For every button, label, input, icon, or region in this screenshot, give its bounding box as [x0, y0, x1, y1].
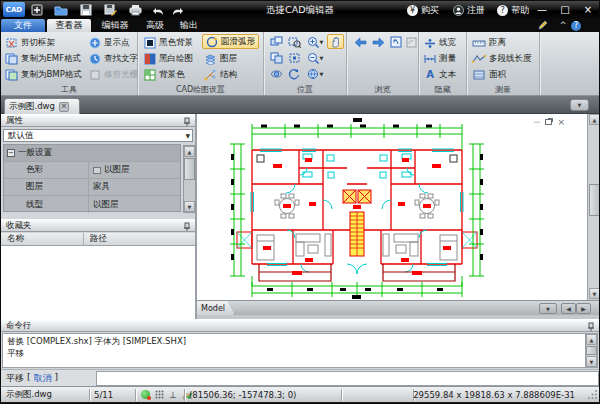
drawing-canvas[interactable]: — ×: [197, 114, 588, 300]
tab-advanced[interactable]: 高级: [139, 19, 171, 32]
tab-file[interactable]: 文件: [1, 19, 45, 32]
redo-button[interactable]: [169, 3, 186, 17]
scroll-down-icon[interactable]: ▼: [184, 201, 195, 212]
ortho-toggle-icon[interactable]: ⊥: [169, 390, 177, 400]
next-view-icon[interactable]: [403, 35, 419, 49]
property-group-row[interactable]: − 一般设置: [4, 145, 180, 162]
hide-measure-button[interactable]: 测量: [424, 51, 456, 66]
pin-icon[interactable]: [183, 117, 191, 129]
view-3d-icon[interactable]: [268, 67, 284, 81]
hide-text-button[interactable]: A 文本: [424, 67, 456, 82]
zoom-all-button[interactable]: ▼: [304, 67, 326, 81]
zoom-out-button[interactable]: ▼: [304, 51, 326, 65]
document-close-icon[interactable]: ×: [59, 102, 69, 112]
new-file-button[interactable]: [28, 3, 45, 17]
register-button[interactable]: 注册: [453, 2, 485, 18]
resize-grip[interactable]: [588, 389, 598, 401]
zoom-window-icon[interactable]: [268, 35, 284, 49]
collapse-ribbon-button[interactable]: ^: [557, 20, 569, 31]
document-tab[interactable]: 示例图.dwg ×: [4, 98, 80, 114]
scroll-down-icon[interactable]: ▼: [589, 288, 600, 299]
undo-button[interactable]: [150, 3, 167, 17]
scroll-thumb[interactable]: [184, 158, 195, 180]
maximize-button[interactable]: □: [555, 1, 575, 18]
hide-lineweight-button[interactable]: 线宽: [424, 35, 456, 50]
snap-toggle-icon[interactable]: [141, 390, 150, 399]
scroll-down-icon[interactable]: ▼: [586, 356, 597, 367]
tab-editor[interactable]: 编辑器: [93, 19, 137, 32]
back-icon[interactable]: [352, 35, 368, 49]
zoom-select-icon[interactable]: [286, 35, 302, 49]
edit-pencil-icon[interactable]: [535, 20, 549, 31]
save-button[interactable]: [77, 3, 94, 17]
copy-bmp-button[interactable]: 复制为BMP格式: [5, 67, 82, 82]
scroll-up-icon[interactable]: ▲: [589, 114, 600, 125]
column-name[interactable]: 名称: [1, 233, 83, 245]
tab-output[interactable]: 输出: [173, 19, 205, 32]
background-color-button[interactable]: 背景色: [144, 67, 185, 82]
zoom-in-dropdown[interactable]: ▼: [320, 39, 324, 45]
forward-icon[interactable]: [370, 35, 386, 49]
show-points-icon: [89, 37, 101, 49]
favorites-list[interactable]: [1, 246, 195, 319]
scroll-thumb[interactable]: [589, 184, 600, 216]
help-button[interactable]: ? 帮助: [497, 2, 529, 18]
layers-button[interactable]: 图层: [204, 51, 237, 66]
black-background-button[interactable]: 黑色背景: [144, 35, 193, 50]
copy-emf-button[interactable]: 复制为EMF格式: [5, 51, 81, 66]
minimize-button[interactable]: —: [532, 1, 552, 18]
pan-button[interactable]: [327, 34, 344, 49]
scroll-up-icon[interactable]: ▲: [586, 334, 597, 345]
refresh-view-icon[interactable]: [286, 67, 302, 81]
ribbon-help-icon[interactable]: ?: [569, 20, 583, 31]
model-tab[interactable]: Model: [197, 301, 235, 315]
measure-distance-button[interactable]: 距离: [472, 35, 506, 50]
measure-polyline-button[interactable]: 多段线长度: [472, 51, 532, 66]
zoom-all-dropdown[interactable]: ▼: [320, 71, 324, 77]
layout-list-dropdown[interactable]: ▼: [539, 303, 557, 314]
command-scrollbar[interactable]: ▲ ▼: [585, 333, 598, 368]
property-row-linetype[interactable]: 线型 以图层: [4, 196, 180, 213]
vertical-scrollbar[interactable]: ▲ ▼: [588, 114, 600, 300]
property-row-layer[interactable]: 图层 家具: [4, 179, 180, 196]
mdi-restore-icon[interactable]: [545, 119, 552, 125]
smooth-arc-button[interactable]: 圆滑弧形: [202, 34, 259, 49]
zoom-in-button[interactable]: ▼: [304, 35, 326, 49]
divider: [89, 389, 90, 401]
view-options-dropdown[interactable]: ▼: [570, 99, 589, 111]
open-file-button[interactable]: [52, 3, 69, 17]
measure-area-button[interactable]: 面积: [472, 67, 506, 82]
close-button[interactable]: ×: [578, 1, 598, 18]
print-button[interactable]: [127, 3, 144, 17]
scroll-thumb[interactable]: [586, 346, 597, 355]
mdi-close-icon[interactable]: ×: [557, 117, 565, 127]
structure-button[interactable]: 结构: [204, 67, 237, 82]
scroll-left-icon[interactable]: ◀: [561, 303, 576, 314]
previous-view-icon[interactable]: [388, 35, 404, 49]
bw-drawing-button[interactable]: 黑白绘图: [144, 51, 193, 66]
show-points-button[interactable]: 显示点: [89, 35, 130, 50]
save-as-icon: [104, 4, 117, 16]
find-text-button[interactable]: 查找文字: [89, 51, 138, 66]
preset-select[interactable]: 默认值 ▼: [3, 129, 193, 142]
app-logo-icon[interactable]: CAD: [3, 2, 25, 17]
area-icon: [472, 70, 486, 80]
grid-toggle-icon[interactable]: [155, 390, 164, 399]
tab-viewer[interactable]: 查看器: [47, 19, 91, 32]
command-history[interactable]: 替换 [COMPLEX.shx] 字体为 [SIMPLEX.SHX] 平移: [2, 333, 587, 368]
command-input[interactable]: [96, 371, 599, 386]
property-row-color[interactable]: 色彩 以图层: [4, 162, 180, 179]
copy-view-icon[interactable]: [268, 51, 284, 65]
buy-button[interactable]: ¥ 购买: [407, 2, 439, 18]
cancel-link[interactable]: 取消: [34, 372, 52, 385]
mdi-minimize-icon[interactable]: —: [533, 118, 540, 126]
cut-frame-button[interactable]: 剪切框架: [5, 35, 55, 50]
scroll-right-icon[interactable]: ▶: [576, 303, 591, 314]
zoom-out-dropdown[interactable]: ▼: [320, 55, 324, 61]
properties-scrollbar[interactable]: ▲ ▼: [183, 145, 196, 213]
collapse-group-icon[interactable]: −: [7, 149, 15, 157]
zoom-extents-icon[interactable]: [286, 51, 302, 65]
save-as-button[interactable]: [102, 3, 119, 17]
scroll-up-icon[interactable]: ▲: [184, 146, 195, 157]
column-path[interactable]: 路径: [83, 233, 107, 245]
